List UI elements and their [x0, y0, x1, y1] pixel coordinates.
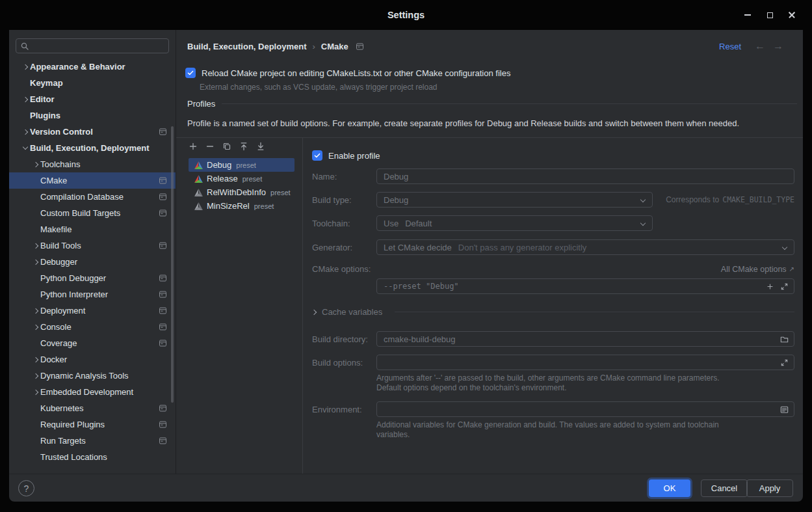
all-cmake-options-link[interactable]: All CMake options ↗	[721, 265, 794, 274]
reset-link[interactable]: Reset	[719, 38, 741, 55]
sidebar-item-label: Makefile	[40, 224, 72, 234]
forward-arrow-icon[interactable]: →	[773, 38, 783, 55]
sidebar-item-debugger[interactable]: Debugger	[9, 254, 176, 270]
ok-button[interactable]: OK	[649, 479, 690, 497]
chevron-right-icon[interactable]	[23, 96, 28, 101]
chevron-right-icon[interactable]	[33, 243, 38, 248]
sidebar-item-docker[interactable]: Docker	[9, 351, 176, 368]
chevron-right-icon[interactable]	[33, 161, 38, 167]
sidebar-item-coverage[interactable]: Coverage	[9, 335, 176, 351]
sidebar-item-editor[interactable]: Editor	[9, 91, 176, 107]
browse-folder-button[interactable]	[779, 334, 789, 344]
add-option-button[interactable]	[766, 282, 774, 291]
sidebar-item-python-debugger[interactable]: Python Debugger	[9, 270, 176, 286]
sidebar-item-custom-build-targets[interactable]: Custom Build Targets	[9, 205, 176, 221]
chevron-right-icon[interactable]	[33, 259, 38, 264]
sidebar-item-build-execution-deployment[interactable]: Build, Execution, Deployment	[9, 140, 176, 156]
build-options-hint-2: Default options depend on the toolchain'…	[376, 383, 567, 393]
maximize-button[interactable]	[765, 10, 774, 20]
sidebar-item-dynamic-analysis-tools[interactable]: Dynamic Analysis Tools	[9, 368, 176, 384]
sidebar-item-build-tools[interactable]: Build Tools	[9, 237, 176, 254]
chevron-down-icon[interactable]	[23, 144, 28, 150]
sidebar-item-toolchains[interactable]: Toolchains	[9, 156, 176, 172]
indent-spacer	[31, 335, 40, 351]
profile-item-release[interactable]: Releasepreset	[189, 172, 295, 185]
profile-item-debug[interactable]: Debugpreset	[189, 158, 295, 172]
sidebar-item-makefile[interactable]: Makefile	[9, 221, 176, 237]
copy-icon	[222, 141, 232, 152]
sidebar-item-label: Python Debugger	[40, 273, 106, 283]
chevron-right-icon[interactable]	[33, 324, 38, 329]
editor-config-icon	[356, 42, 364, 51]
environment-row: Environment:	[312, 401, 794, 417]
sidebar-item-run-targets[interactable]: Run Targets	[9, 433, 176, 449]
sidebar-item-label: Coverage	[40, 338, 77, 348]
chevron-right-icon[interactable]	[33, 308, 38, 313]
back-arrow-icon[interactable]: ←	[755, 38, 765, 55]
profile-item-minsizerel[interactable]: MinSizeRelpreset	[189, 199, 295, 213]
chevron-right-icon	[311, 309, 317, 314]
profile-name: MinSizeRel	[207, 201, 250, 211]
reload-checkbox[interactable]	[185, 68, 196, 78]
build-type-select[interactable]: Debug	[376, 192, 653, 208]
editor-config-icon	[159, 290, 167, 299]
sidebar-item-trusted-locations[interactable]: Trusted Locations	[9, 449, 176, 465]
sidebar-item-appearance-behavior[interactable]: Appearance & Behavior	[9, 59, 176, 75]
settings-content: Build, Execution, Deployment › CMake Res…	[176, 30, 803, 474]
settings-search-box[interactable]	[16, 38, 169, 53]
toolchain-row: Toolchain: Use Default	[312, 215, 794, 231]
sidebar-item-kubernetes[interactable]: Kubernetes	[9, 400, 176, 416]
chevron-down-icon	[640, 221, 646, 226]
environment-field[interactable]	[376, 401, 794, 417]
sidebar-item-plugins[interactable]: Plugins	[9, 107, 176, 124]
apply-button[interactable]: Apply	[746, 479, 793, 497]
sidebar-item-keymap[interactable]: Keymap	[9, 75, 176, 91]
move-up-button[interactable]	[239, 141, 249, 152]
expand-field-button[interactable]	[780, 358, 789, 367]
sidebar-item-required-plugins[interactable]: Required Plugins	[9, 416, 176, 433]
move-down-button[interactable]	[255, 141, 266, 152]
sidebar-item-version-control[interactable]: Version Control	[9, 124, 176, 140]
minimize-button[interactable]	[743, 10, 752, 20]
breadcrumb-parent[interactable]: Build, Execution, Deployment	[187, 42, 306, 51]
sidebar-item-compilation-database[interactable]: Compilation Database	[9, 189, 176, 205]
copy-profile-button[interactable]	[222, 141, 232, 152]
profiles-list: DebugpresetReleasepresetRelWithDebInfopr…	[176, 158, 302, 213]
name-label: Name:	[312, 172, 376, 182]
toolchain-label: Toolchain:	[312, 219, 376, 228]
close-button[interactable]	[787, 10, 796, 20]
sidebar-item-console[interactable]: Console	[9, 319, 176, 335]
enable-profile-checkbox[interactable]	[312, 150, 322, 161]
expand-field-button[interactable]	[780, 282, 789, 291]
cmake-options-field[interactable]: --preset "Debug"	[376, 278, 794, 294]
editor-config-icon	[159, 323, 167, 331]
build-options-field[interactable]	[376, 355, 794, 370]
chevron-right-icon[interactable]	[33, 389, 38, 394]
remove-profile-button[interactable]	[205, 141, 215, 152]
profile-item-relwithdebinfo[interactable]: RelWithDebInfopreset	[189, 185, 295, 199]
chevron-right-icon[interactable]	[23, 64, 28, 69]
build-directory-field[interactable]: cmake-build-debug	[376, 331, 794, 347]
name-field[interactable]: Debug	[376, 168, 794, 184]
cache-variables-section[interactable]: Cache variables	[312, 307, 794, 317]
sidebar-item-cmake[interactable]: CMake	[9, 172, 176, 189]
sidebar-item-deployment[interactable]: Deployment	[9, 303, 176, 319]
generator-select[interactable]: Let CMake decide Don't pass any generato…	[376, 239, 794, 255]
browse-variables-button[interactable]	[779, 405, 789, 414]
profile-preset-badge: preset	[236, 161, 256, 169]
help-button[interactable]: ?	[18, 480, 34, 496]
add-profile-button[interactable]	[188, 141, 198, 152]
sidebar-item-python-interpreter[interactable]: Python Interpreter	[9, 286, 176, 303]
sidebar-item-embedded-development[interactable]: Embedded Development	[9, 384, 176, 400]
cancel-button[interactable]: Cancel	[701, 479, 748, 497]
chevron-right-icon[interactable]	[33, 373, 38, 378]
search-input[interactable]	[32, 41, 155, 51]
chevron-right-icon[interactable]	[23, 129, 28, 134]
sidebar-item-label: Required Plugins	[40, 420, 105, 429]
sidebar-item-label: Plugins	[30, 111, 60, 120]
chevron-right-icon[interactable]	[33, 357, 38, 362]
name-value: Debug	[384, 172, 408, 182]
name-row: Name: Debug	[312, 168, 794, 184]
toolchain-select[interactable]: Use Default	[376, 215, 653, 231]
sidebar-scrollbar[interactable]	[171, 126, 174, 403]
